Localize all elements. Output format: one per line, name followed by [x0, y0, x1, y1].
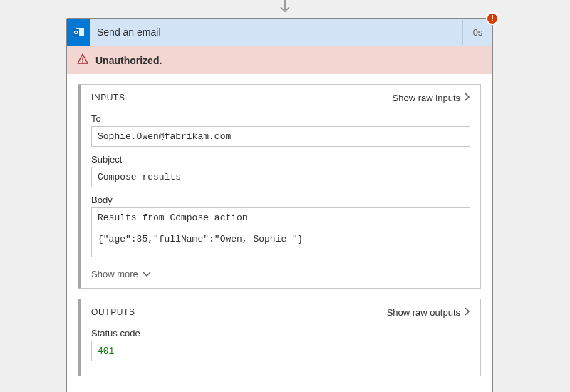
- inputs-heading: INPUTS: [91, 93, 125, 103]
- subject-field: Subject Compose results: [91, 154, 470, 187]
- body-label: Body: [91, 195, 470, 205]
- card-title: Send an email: [90, 26, 462, 38]
- error-banner: Unauthorized.: [67, 46, 492, 74]
- card-header[interactable]: Send an email 0s !: [67, 19, 492, 46]
- svg-rect-1: [73, 29, 79, 36]
- action-card: Send an email 0s ! Unauthorized. INPUTS …: [66, 18, 493, 392]
- to-field: To Sophie.Owen@fabrikam.com: [91, 113, 470, 147]
- flow-arrow-down-icon: [279, 0, 291, 18]
- subject-value[interactable]: Compose results: [91, 167, 470, 187]
- show-raw-inputs-link[interactable]: Show raw inputs: [393, 92, 470, 103]
- body-field: Body Results from Compose action {"age":…: [91, 195, 470, 257]
- chevron-right-icon: [465, 92, 470, 103]
- subject-label: Subject: [91, 154, 470, 165]
- show-raw-inputs-label: Show raw inputs: [393, 93, 460, 103]
- outputs-section: OUTPUTS Show raw outputs Status code 401: [78, 299, 481, 376]
- chevron-right-icon: [465, 306, 470, 318]
- status-code-field: Status code 401: [91, 328, 470, 361]
- status-code-label: Status code: [91, 328, 470, 339]
- error-badge-icon: !: [486, 12, 499, 25]
- show-raw-outputs-label: Show raw outputs: [387, 307, 460, 318]
- body-value[interactable]: Results from Compose action {"age":35,"f…: [91, 207, 470, 257]
- status-code-value[interactable]: 401: [91, 341, 470, 361]
- svg-point-4: [82, 61, 83, 63]
- chevron-down-icon: [142, 269, 151, 279]
- outputs-heading: OUTPUTS: [91, 307, 135, 317]
- inputs-section: INPUTS Show raw inputs To Sophie.Owen@fa…: [78, 84, 481, 289]
- show-more-button[interactable]: Show more: [91, 264, 151, 281]
- to-value[interactable]: Sophie.Owen@fabrikam.com: [91, 126, 470, 147]
- outlook-icon: [67, 19, 90, 46]
- error-message: Unauthorized.: [95, 55, 162, 66]
- show-raw-outputs-link[interactable]: Show raw outputs: [387, 306, 470, 318]
- warning-icon: [77, 53, 88, 67]
- show-more-label: Show more: [91, 269, 138, 279]
- to-label: To: [91, 113, 470, 124]
